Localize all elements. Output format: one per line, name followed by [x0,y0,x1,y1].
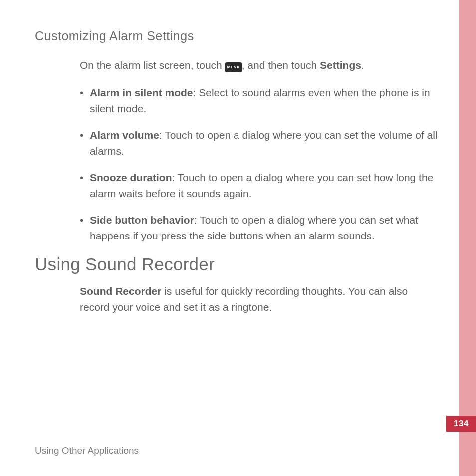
page-content: Customizing Alarm Settings On the alarm … [35,29,444,316]
bullet-bold: Alarm volume [90,129,159,141]
list-item: Side button behavior: Touch to open a di… [80,212,439,244]
sound-recorder-paragraph: Sound Recorder is useful for quickly rec… [80,283,439,316]
lead-text-a: On the alarm list screen, touch [80,59,225,71]
footer-chapter-title: Using Other Applications [35,445,139,456]
sound-recorder-bold: Sound Recorder [80,285,161,297]
intro-paragraph: On the alarm list screen, touch MENU, an… [80,57,439,74]
heading-customizing-alarm-settings: Customizing Alarm Settings [35,29,444,43]
body-indent-block: On the alarm list screen, touch MENU, an… [80,57,439,244]
list-item: Snooze duration: Touch to open a dialog … [80,170,439,202]
list-item: Alarm in silent mode: Select to sound al… [80,85,439,117]
bullet-bold: Side button behavior [90,214,194,226]
sound-recorder-body: Sound Recorder is useful for quickly rec… [80,283,439,316]
chapter-tab-band [459,0,476,476]
bullet-bold: Snooze duration [90,172,172,183]
settings-bullet-list: Alarm in silent mode: Select to sound al… [80,85,439,244]
bullet-bold: Alarm in silent mode [90,87,193,98]
lead-text-c: . [361,59,364,71]
page-number: 134 [454,419,469,429]
menu-icon: MENU [225,62,242,72]
lead-bold-settings: Settings [320,59,361,71]
heading-using-sound-recorder: Using Sound Recorder [35,254,444,274]
lead-text-b: , and then touch [242,59,320,71]
page-number-tab: 134 [446,416,476,432]
list-item: Alarm volume: Touch to open a dialog whe… [80,127,439,160]
